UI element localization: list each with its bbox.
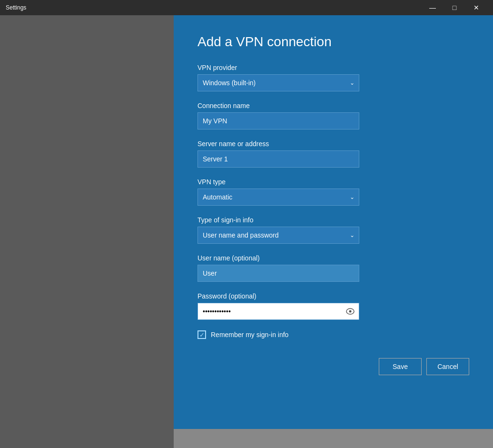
- vpn-type-select-wrapper: Automatic ⌄: [197, 189, 359, 206]
- server-name-group: Server name or address: [197, 140, 469, 168]
- connection-name-group: Connection name: [197, 102, 469, 129]
- eye-icon: [346, 308, 355, 315]
- user-name-group: User name (optional): [197, 254, 469, 282]
- vpn-provider-select[interactable]: Windows (built-in): [197, 74, 359, 91]
- page-title: Add a VPN connection: [197, 34, 469, 50]
- svg-point-1: [349, 310, 352, 313]
- bottom-bar: [0, 429, 493, 448]
- close-button[interactable]: ✕: [465, 0, 487, 15]
- cancel-button[interactable]: Cancel: [426, 358, 469, 375]
- main-content: Add a VPN connection VPN provider Window…: [174, 15, 493, 429]
- sign-in-type-group: Type of sign-in info User name and passw…: [197, 216, 469, 244]
- password-reveal-button[interactable]: [346, 308, 355, 315]
- buttons-row: Save Cancel: [197, 358, 469, 375]
- password-input[interactable]: [197, 303, 359, 320]
- password-wrapper: [197, 303, 359, 320]
- vpn-provider-group: VPN provider Windows (built-in) ⌄: [197, 64, 469, 91]
- save-button[interactable]: Save: [379, 358, 422, 375]
- minimize-button[interactable]: —: [422, 0, 444, 15]
- window-controls: — □ ✕: [422, 0, 487, 15]
- sign-in-type-label: Type of sign-in info: [197, 216, 469, 224]
- remember-label: Remember my sign-in info: [211, 331, 288, 338]
- app-window: Settings — □ ✕ Add a VPN connection VPN …: [0, 0, 493, 448]
- maximize-button[interactable]: □: [444, 0, 465, 15]
- vpn-type-label: VPN type: [197, 178, 469, 186]
- connection-name-label: Connection name: [197, 102, 469, 110]
- vpn-type-select[interactable]: Automatic: [197, 189, 359, 206]
- user-name-input[interactable]: [197, 265, 359, 282]
- vpn-provider-select-wrapper: Windows (built-in) ⌄: [197, 74, 359, 91]
- bottom-right: [174, 429, 493, 448]
- remember-checkbox-row: ✓ Remember my sign-in info: [197, 330, 469, 339]
- sign-in-type-select-wrapper: User name and password ⌄: [197, 227, 359, 244]
- bottom-left: [0, 429, 174, 448]
- checkmark-icon: ✓: [199, 331, 205, 338]
- user-name-label: User name (optional): [197, 254, 469, 262]
- password-group: Password (optional): [197, 292, 469, 320]
- sign-in-type-select[interactable]: User name and password: [197, 227, 359, 244]
- window-title: Settings: [6, 4, 26, 11]
- server-name-label: Server name or address: [197, 140, 469, 148]
- server-name-input[interactable]: [197, 150, 359, 168]
- password-label: Password (optional): [197, 292, 469, 300]
- window-body: Add a VPN connection VPN provider Window…: [0, 15, 493, 429]
- vpn-provider-label: VPN provider: [197, 64, 469, 71]
- titlebar: Settings — □ ✕: [0, 0, 493, 15]
- vpn-type-group: VPN type Automatic ⌄: [197, 178, 469, 206]
- remember-checkbox[interactable]: ✓: [197, 330, 206, 339]
- sidebar: [0, 15, 174, 429]
- connection-name-input[interactable]: [197, 112, 359, 129]
